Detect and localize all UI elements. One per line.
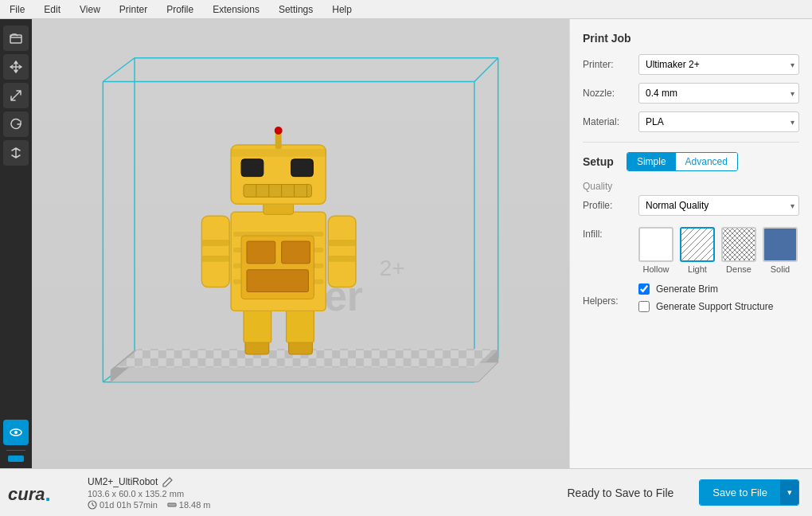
svg-rect-39 (247, 270, 308, 292)
infill-label: Infill: (583, 224, 638, 240)
infill-options: Hollow Ligh (638, 227, 798, 274)
infill-hollow-label: Hollow (642, 264, 669, 274)
material-select[interactable]: PLA (638, 111, 799, 132)
svg-point-49 (275, 127, 283, 135)
menu-view[interactable]: View (76, 2, 103, 17)
view-button[interactable] (3, 420, 29, 445)
model-stats: 01d 01h 57min 18.48 m (88, 500, 211, 510)
helpers-checkboxes: Generate Brim Generate Support Structure (638, 283, 773, 319)
open-file-button[interactable] (3, 25, 29, 51)
svg-line-9 (474, 58, 498, 82)
menu-edit[interactable]: Edit (41, 2, 64, 17)
infill-dense-box (721, 227, 756, 262)
svg-rect-0 (10, 35, 21, 43)
print-job-title: Print Job (583, 32, 799, 45)
svg-rect-62 (681, 229, 713, 260)
material-select-wrapper: PLA ▾ (638, 111, 799, 132)
svg-rect-48 (275, 133, 282, 149)
cura-logo-dot: . (45, 482, 50, 506)
view-indicator[interactable] (8, 455, 24, 462)
brim-text: Generate Brim (656, 283, 718, 295)
model-name: UM2+_UltiRobot (88, 476, 158, 487)
rotate-button[interactable] (3, 111, 29, 137)
filament-icon (167, 500, 177, 510)
helpers-label: Helpers: (583, 295, 638, 307)
nozzle-field-row: Nozzle: 0.4 mm ▾ (583, 83, 799, 104)
svg-text:2+: 2+ (380, 256, 405, 280)
svg-line-8 (103, 58, 135, 82)
nozzle-select-wrapper: 0.4 mm ▾ (638, 83, 799, 104)
model-info: UM2+_UltiRobot 103.6 x 60.0 x 135.2 mm 0… (88, 476, 211, 510)
setup-header: Setup Simple Advanced (583, 152, 799, 171)
mirror-button[interactable] (3, 140, 29, 166)
menu-help[interactable]: Help (329, 2, 355, 17)
infill-solid[interactable]: Solid (763, 227, 798, 274)
svg-rect-37 (247, 241, 275, 264)
profile-field-row: Profile: Normal Quality ▾ (583, 195, 799, 216)
status-ready-text: Ready to Save to File (567, 487, 673, 499)
menu-printer[interactable]: Printer (116, 2, 150, 17)
printer-select-wrapper: Ultimaker 2+ ▾ (638, 54, 799, 75)
material-field-row: Material: PLA ▾ (583, 111, 799, 132)
svg-rect-52 (244, 185, 311, 197)
menu-settings[interactable]: Settings (275, 2, 316, 17)
infill-light[interactable]: Light (680, 227, 715, 274)
support-checkbox[interactable] (638, 301, 650, 312)
brim-row: Generate Brim (638, 283, 773, 295)
viewport[interactable]: ker 2+ (32, 19, 569, 468)
svg-point-2 (14, 431, 18, 434)
cura-logo-text: cura (8, 484, 45, 505)
quality-section: Quality Profile: Normal Quality ▾ (583, 181, 799, 216)
svg-rect-45 (328, 256, 356, 262)
model-name-row: UM2+_UltiRobot (88, 476, 211, 487)
material-used: 18.48 m (179, 500, 211, 510)
svg-rect-38 (282, 241, 310, 264)
save-button-group: Save to File ▾ (699, 479, 799, 506)
edit-model-icon[interactable] (162, 476, 174, 487)
infill-hollow[interactable]: Hollow (638, 227, 673, 274)
svg-rect-42 (201, 240, 229, 246)
infill-solid-box (763, 227, 798, 262)
svg-rect-67 (723, 229, 755, 260)
infill-dense-label: Dense (726, 264, 751, 274)
advanced-toggle-button[interactable]: Advanced (676, 153, 737, 170)
simple-toggle-button[interactable]: Simple (627, 153, 676, 170)
viewport-box: ker 2+ (32, 19, 569, 468)
setup-title: Setup (583, 155, 614, 168)
model-dims: 103.6 x 60.0 x 135.2 mm (88, 489, 211, 498)
material-stat: 18.48 m (167, 500, 211, 510)
menu-profile[interactable]: Profile (163, 2, 197, 17)
save-to-file-button[interactable]: Save to File (700, 480, 780, 505)
infill-row: Infill: Hollow (583, 224, 799, 274)
svg-rect-40 (201, 216, 229, 287)
infill-light-label: Light (688, 264, 707, 274)
svg-rect-58 (231, 149, 326, 157)
menu-extensions[interactable]: Extensions (209, 2, 263, 17)
printer-select[interactable]: Ultimaker 2+ (638, 54, 799, 75)
left-toolbar (0, 19, 32, 468)
scale-button[interactable] (3, 83, 29, 108)
divider (583, 142, 799, 143)
material-label: Material: (583, 116, 638, 127)
menubar: File Edit View Printer Profile Extension… (0, 0, 812, 19)
simple-advanced-toggle: Simple Advanced (627, 152, 738, 171)
infill-solid-label: Solid (771, 264, 790, 274)
cura-logo: cura . (8, 482, 51, 506)
svg-rect-43 (201, 256, 229, 262)
right-panel: Print Job Printer: Ultimaker 2+ ▾ Nozzle… (569, 19, 812, 468)
profile-select-wrapper: Normal Quality ▾ (638, 195, 799, 216)
profile-label: Profile: (583, 200, 638, 211)
save-dropdown-button[interactable]: ▾ (780, 480, 798, 505)
infill-dense[interactable]: Dense (721, 227, 756, 274)
profile-select[interactable]: Normal Quality (638, 195, 799, 216)
helpers-section: Helpers: Generate Brim Generate Support … (583, 283, 799, 319)
print-time-stat: 01d 01h 57min (88, 500, 158, 510)
menu-file[interactable]: File (6, 2, 28, 17)
statusbar: cura . UM2+_UltiRobot 103.6 x 60.0 x 135… (0, 468, 812, 516)
clock-icon (88, 500, 97, 510)
helpers-row: Helpers: Generate Brim Generate Support … (583, 283, 799, 319)
printer-field-row: Printer: Ultimaker 2+ ▾ (583, 54, 799, 75)
move-button[interactable] (3, 54, 29, 80)
brim-checkbox[interactable] (638, 283, 650, 295)
nozzle-select[interactable]: 0.4 mm (638, 83, 799, 104)
